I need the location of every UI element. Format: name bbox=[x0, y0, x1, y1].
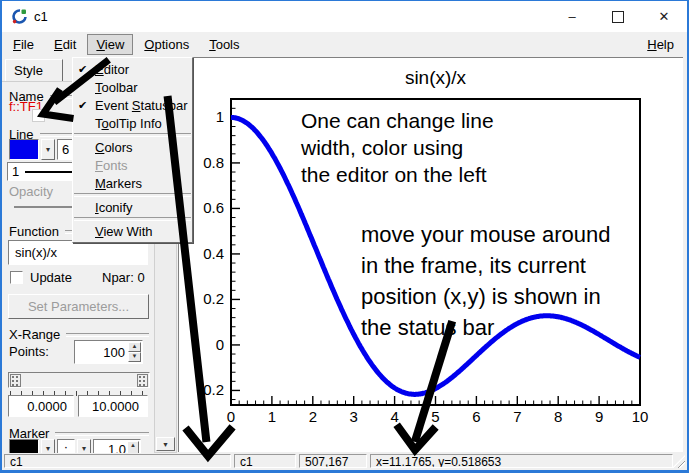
svg-text:2: 2 bbox=[309, 408, 317, 425]
submenu-arrow-icon: ▶ bbox=[180, 227, 186, 236]
titlebar[interactable]: c1 – ✕ bbox=[2, 1, 687, 32]
svg-text:1: 1 bbox=[268, 408, 276, 425]
tab-style-label: Style bbox=[14, 63, 43, 78]
menubar-item-view[interactable]: View bbox=[87, 34, 133, 55]
resize-grip[interactable] bbox=[672, 455, 685, 468]
update-label: Update bbox=[30, 270, 72, 285]
menu-item-fonts[interactable]: Fonts bbox=[73, 156, 192, 174]
root-canvas-window: c1 – ✕ FileEditViewOptionsToolsHelp Styl… bbox=[0, 0, 689, 473]
points-label: Points: bbox=[9, 344, 49, 359]
plot-annotation-1: One can change linewidth, color usingthe… bbox=[300, 109, 494, 186]
spin-up-icon[interactable]: ▲ bbox=[128, 342, 141, 352]
status-canvas: c1 bbox=[234, 454, 296, 468]
plot-canvas[interactable]: sin(x)/x012345678910-0.200.20.40.60.81On… bbox=[178, 57, 683, 452]
menu-item-view-with[interactable]: View With▶ bbox=[73, 222, 192, 240]
svg-text:7: 7 bbox=[513, 408, 521, 425]
tab-style[interactable]: Style bbox=[5, 59, 63, 81]
svg-text:6: 6 bbox=[472, 408, 480, 425]
svg-text:3: 3 bbox=[350, 408, 358, 425]
status-coordinates: x=11.1765, y=0.518653 bbox=[370, 454, 673, 468]
svg-text:0: 0 bbox=[216, 336, 224, 353]
slider-handle-right[interactable] bbox=[137, 374, 148, 387]
npar-label: Npar: 0 bbox=[102, 270, 145, 285]
menubar-item-options[interactable]: Options bbox=[135, 34, 198, 55]
points-spinner[interactable]: 100 ▲ ▼ bbox=[74, 340, 143, 364]
checkmark-icon: ✔ bbox=[78, 99, 87, 112]
marker-style-dropdown-button[interactable]: ▾ bbox=[77, 439, 91, 453]
maximize-icon bbox=[612, 11, 624, 23]
menu-item-iconify[interactable]: Iconify bbox=[73, 198, 192, 216]
scrollbar-down-button[interactable]: ▼ bbox=[156, 437, 175, 451]
menubar-item-help[interactable]: Help bbox=[638, 34, 683, 55]
spin-down-icon[interactable]: ▼ bbox=[128, 352, 141, 362]
svg-text:4: 4 bbox=[390, 408, 398, 425]
menu-item-toolbar[interactable]: Toolbar bbox=[73, 78, 192, 96]
svg-text:1: 1 bbox=[216, 108, 224, 125]
svg-text:8: 8 bbox=[554, 408, 562, 425]
checkmark-icon: ✔ bbox=[78, 63, 87, 76]
svg-text:0.4: 0.4 bbox=[203, 245, 224, 262]
menu-separator bbox=[74, 133, 191, 137]
svg-text:9: 9 bbox=[595, 408, 603, 425]
svg-text:5: 5 bbox=[431, 408, 439, 425]
status-object: c1 bbox=[4, 454, 231, 468]
xrange-max-field[interactable]: 10.0000 bbox=[78, 395, 148, 417]
svg-text:0.6: 0.6 bbox=[203, 199, 224, 216]
menubar: FileEditViewOptionsToolsHelp bbox=[2, 32, 687, 58]
client-area: Style Name f::TF1 Line ▾ 6 1 Opacity Fun… bbox=[2, 57, 687, 453]
status-pixel-position: 507,167 bbox=[299, 454, 367, 468]
marker-color-dropdown-button[interactable]: ▾ bbox=[41, 439, 55, 453]
menubar-item-tools[interactable]: Tools bbox=[200, 34, 248, 55]
line-color-dropdown-button[interactable]: ▾ bbox=[41, 139, 55, 160]
xrange-min-field[interactable]: 0.0000 bbox=[8, 395, 74, 417]
svg-text:0.8: 0.8 bbox=[203, 154, 224, 171]
menubar-item-edit[interactable]: Edit bbox=[45, 34, 85, 55]
scroll-down-icon: ▼ bbox=[162, 441, 169, 448]
marker-style-combobox[interactable]: · bbox=[57, 439, 75, 453]
xrange-double-slider[interactable] bbox=[8, 372, 150, 388]
svg-text:0.2: 0.2 bbox=[203, 290, 224, 307]
chevron-down-icon: ▾ bbox=[82, 444, 86, 453]
spin-up-icon: ▲ bbox=[127, 441, 139, 453]
svg-text:10: 10 bbox=[632, 408, 649, 425]
slider-handle-left[interactable] bbox=[10, 374, 21, 387]
function-input[interactable]: sin(x)/x bbox=[8, 240, 148, 265]
line-color-swatch[interactable] bbox=[9, 139, 39, 160]
menu-item-editor[interactable]: ✔Editor bbox=[73, 60, 192, 78]
svg-text:-0.2: -0.2 bbox=[198, 381, 224, 398]
close-button[interactable]: ✕ bbox=[641, 1, 687, 32]
update-checkbox[interactable] bbox=[10, 271, 23, 284]
set-parameters-button[interactable]: Set Parameters... bbox=[8, 294, 149, 319]
minimize-icon: – bbox=[568, 9, 575, 24]
menu-item-event-statusbar[interactable]: ✔Event Statusbar bbox=[73, 96, 192, 114]
statusbar: c1c1507,167x=11.1765, y=0.518653 bbox=[2, 453, 687, 470]
menu-separator bbox=[74, 217, 191, 221]
marker-size-spinner[interactable]: 1.0 ▲ bbox=[93, 439, 141, 453]
maximize-button[interactable] bbox=[595, 1, 641, 32]
menu-separator bbox=[74, 193, 191, 197]
root-icon bbox=[11, 8, 28, 25]
menu-item-colors[interactable]: Colors bbox=[73, 138, 192, 156]
close-icon: ✕ bbox=[659, 9, 670, 24]
menu-item-markers[interactable]: Markers bbox=[73, 174, 192, 192]
window-title: c1 bbox=[34, 9, 48, 24]
opacity-label: Opacity bbox=[9, 184, 53, 199]
menubar-item-file[interactable]: File bbox=[4, 34, 43, 55]
plot-title: sin(x)/x bbox=[405, 67, 467, 88]
svg-text:0: 0 bbox=[227, 408, 235, 425]
marker-color-swatch[interactable] bbox=[9, 439, 39, 453]
menu-item-tooltip-info[interactable]: ToolTip Info bbox=[73, 114, 192, 132]
view-menu: ✔EditorToolbar✔Event StatusbarToolTip In… bbox=[72, 57, 193, 243]
chevron-down-icon: ▾ bbox=[46, 145, 50, 154]
editor-target-swatch[interactable] bbox=[32, 109, 45, 122]
minimize-button[interactable]: – bbox=[549, 1, 595, 32]
chevron-down-icon: ▾ bbox=[46, 444, 50, 453]
